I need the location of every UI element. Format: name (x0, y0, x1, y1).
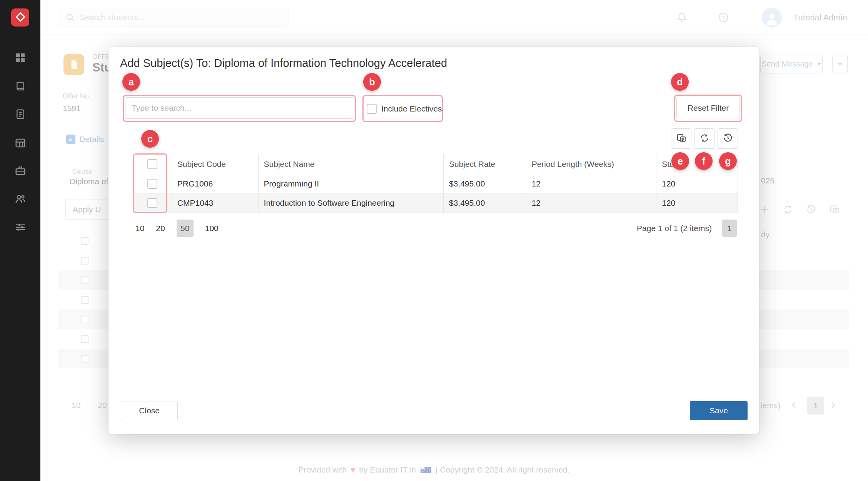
table-icon (15, 137, 26, 150)
history-button[interactable] (718, 128, 738, 149)
sidebar-item-tables[interactable] (14, 137, 27, 150)
table-row[interactable]: PRG1006 Programming II $3,495.00 12 120 (133, 174, 738, 193)
highlight-box-b (362, 95, 443, 122)
table-header-row: Subject Code Subject Name Subject Rate P… (133, 154, 738, 174)
subject-rate-cell: $3,495.00 (444, 174, 526, 193)
period-length-cell: 12 (526, 193, 657, 213)
logo-diamond-icon (15, 11, 26, 24)
subject-code-cell: PRG1006 (172, 174, 259, 193)
page-size-100[interactable]: 100 (205, 224, 219, 233)
app-logo[interactable] (11, 8, 29, 27)
period-length-cell: 12 (526, 174, 657, 193)
subjects-table: Subject Code Subject Name Subject Rate P… (133, 154, 738, 213)
modal-title: Add Subject(s) To: Diploma of Informatio… (120, 57, 447, 70)
column-header-subject-name[interactable]: Subject Name (259, 154, 444, 174)
highlight-box-d (674, 95, 742, 122)
column-chooser-icon (676, 133, 687, 145)
subject-rate-cell: $3,495.00 (444, 193, 526, 213)
sliders-icon (15, 221, 26, 235)
highlight-box-a (123, 95, 356, 122)
sidebar-item-documents[interactable] (14, 108, 27, 121)
annotation-e: e (671, 152, 689, 170)
history-icon (723, 133, 733, 145)
column-header-period-length[interactable]: Period Length (Weeks) (526, 154, 657, 174)
column-chooser-button[interactable] (671, 128, 691, 149)
refresh-icon (699, 133, 710, 145)
screen: ? Tutorial Admin OFFE Stu Offer No. 1591… (0, 0, 868, 481)
sidebar (0, 0, 40, 481)
annotation-a: a (122, 73, 140, 91)
sidebar-item-settings[interactable] (14, 221, 27, 235)
highlight-box-c (133, 153, 167, 213)
save-button[interactable]: Save (690, 401, 748, 420)
annotation-d: d (671, 73, 689, 91)
subject-name-cell: Programming II (259, 174, 444, 193)
sidebar-item-users[interactable] (14, 193, 27, 206)
modal-title-divider (108, 77, 759, 77)
table-row[interactable]: CMP1043 Introduction to Software Enginee… (133, 193, 738, 213)
pager: Page 1 of 1 (2 items) 1 (637, 220, 737, 237)
page-size-10[interactable]: 10 (135, 224, 144, 233)
annotation-f: f (695, 152, 713, 170)
users-icon (15, 193, 26, 206)
page-number-1[interactable]: 1 (722, 220, 737, 237)
briefcase-icon (15, 165, 26, 178)
page-size-50-selected[interactable]: 50 (177, 220, 194, 237)
subject-name-cell: Introduction to Software Engineering (259, 193, 444, 213)
column-header-subject-rate[interactable]: Subject Rate (444, 154, 526, 174)
document-icon (15, 108, 26, 121)
annotation-b: b (363, 73, 381, 91)
page-size-20[interactable]: 20 (156, 224, 165, 233)
dashboard-icon (15, 52, 26, 65)
sidebar-item-library[interactable] (14, 80, 27, 93)
subject-code-cell: CMP1043 (172, 193, 259, 213)
study-hours-cell: 120 (656, 193, 738, 213)
sidebar-item-briefcase[interactable] (14, 165, 27, 178)
page-size-selector: 10 20 50 100 (135, 220, 219, 237)
column-header-subject-code[interactable]: Subject Code (172, 154, 259, 174)
refresh-button[interactable] (694, 128, 714, 149)
annotation-c: c (141, 130, 159, 148)
book-icon (15, 80, 26, 93)
study-hours-cell: 120 (656, 174, 738, 193)
sidebar-item-dashboard[interactable] (14, 52, 27, 65)
page-summary: Page 1 of 1 (2 items) (637, 224, 712, 233)
annotation-g: g (719, 152, 737, 170)
close-button[interactable]: Close (121, 401, 178, 420)
